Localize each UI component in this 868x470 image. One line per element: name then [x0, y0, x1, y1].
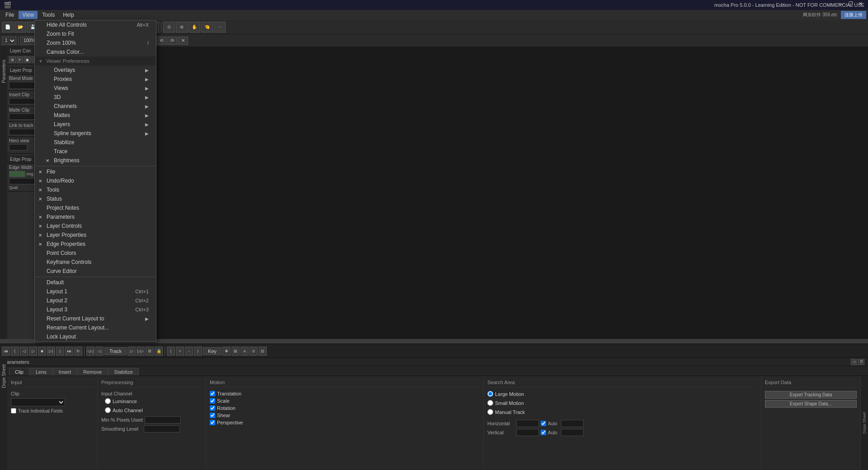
menu-file[interactable]: File — [2, 11, 18, 19]
key-opt2[interactable]: ⊞ — [231, 347, 240, 356]
menu-lock-layout[interactable]: Lock Layout — [35, 332, 156, 341]
frame-select[interactable]: 1 — [2, 37, 16, 45]
hand-tool[interactable]: ✋ — [189, 22, 200, 33]
win-maximize[interactable]: ❐ — [847, 1, 855, 7]
vertical-auto-checkbox[interactable] — [541, 430, 546, 435]
large-motion-radio[interactable] — [487, 391, 493, 397]
menu-project-notes[interactable]: Project Notes — [35, 203, 156, 212]
tb2-btn11[interactable]: ⟲ — [156, 37, 166, 45]
menu-zoom-100[interactable]: Zoom 100% / — [35, 38, 156, 47]
menu-canvas-color[interactable]: Canvas Color... — [35, 47, 156, 56]
rotation-checkbox[interactable] — [210, 405, 215, 411]
menu-zoom-fit[interactable]: Zoom to Fit — [35, 29, 156, 38]
track-fields-checkbox[interactable] — [11, 408, 16, 414]
vtab-parameters[interactable]: Parameters — [0, 56, 7, 87]
stop-btn[interactable]: ■ — [38, 347, 46, 356]
track-back-all[interactable]: ◁◁ — [86, 347, 94, 356]
menu-reset-layout[interactable]: Reset Current Layout to ▶ — [35, 314, 156, 323]
menu-overlays[interactable]: Overlays ▶ — [35, 66, 156, 75]
menu-layout2[interactable]: Layout 2 Ctrl+2 — [35, 296, 156, 305]
horizontal-input[interactable] — [516, 420, 539, 427]
menu-status-panel[interactable]: ✕Status — [35, 194, 156, 203]
track-options[interactable]: ⚙ — [146, 347, 154, 356]
menu-undoredo-panel[interactable]: ✕Undo/Redo — [35, 176, 156, 185]
menu-3d[interactable]: 3D ▶ — [35, 93, 156, 102]
menu-edge-properties[interactable]: ✕Edge Properties — [35, 240, 156, 249]
menu-brightness[interactable]: ✕Brightness — [35, 156, 156, 165]
new-project-btn[interactable]: 📄 — [2, 22, 14, 33]
tab-insert[interactable]: Insert — [53, 368, 77, 376]
track-lock[interactable]: 🔒 — [155, 347, 163, 356]
play-to-start[interactable]: ⏮ — [2, 347, 10, 356]
smoothing-input[interactable] — [144, 425, 180, 432]
menu-mattes[interactable]: Mattes ▶ — [35, 111, 156, 120]
menu-channels[interactable]: Channels ▶ — [35, 102, 156, 111]
menu-layer-properties[interactable]: ✕Layer Properties — [35, 230, 156, 240]
key-btn[interactable]: Key — [203, 347, 222, 355]
win-close[interactable]: ✕ — [857, 1, 864, 7]
manual-track-radio[interactable] — [487, 409, 493, 415]
key-opt4[interactable]: 0 — [250, 347, 258, 356]
zoom-tool[interactable]: ⊙ — [163, 22, 175, 33]
track-fwd[interactable]: ▷ — [127, 347, 136, 356]
luminance-radio[interactable] — [105, 398, 111, 404]
play-next-key[interactable]: ⟩ — [56, 347, 64, 356]
menu-rename-layout[interactable]: Rename Current Layout... — [35, 323, 156, 332]
open-btn[interactable]: 📂 — [14, 22, 26, 33]
zoom2-tool[interactable]: ⊚ — [176, 22, 188, 33]
play-btn[interactable]: ▷ — [29, 347, 37, 356]
tb2-btn13[interactable]: ✕ — [178, 37, 188, 45]
loop-btn[interactable]: ↻ — [74, 347, 82, 356]
play-to-end[interactable]: ⏭ — [65, 347, 73, 356]
menu-stabilize[interactable]: Stabilize — [35, 138, 156, 147]
win-minimize[interactable]: — — [836, 1, 845, 7]
shear-checkbox[interactable] — [210, 413, 215, 418]
key-add[interactable]: + — [176, 347, 184, 356]
small-motion-radio[interactable] — [487, 400, 493, 406]
scale-checkbox[interactable] — [210, 398, 215, 404]
view-menu-dropdown[interactable]: Hide All Controls Alt+X Zoom to Fit Zoom… — [34, 20, 156, 342]
track-fwd-all[interactable]: ▷▷ — [137, 347, 145, 356]
menu-file-panel[interactable]: ✕File — [35, 167, 156, 176]
menu-views[interactable]: Views ▶ — [35, 84, 156, 93]
params-options[interactable]: ☰ — [858, 359, 864, 365]
menu-parameters-panel[interactable]: ✕Parameters — [35, 212, 156, 221]
menu-tools-panel[interactable]: ✕Tools — [35, 185, 156, 194]
menu-layout1[interactable]: Layout 1 Ctrl+1 — [35, 287, 156, 296]
menu-point-colors[interactable]: Point Colors — [35, 249, 156, 258]
menu-keyframe-controls[interactable]: Keyframe Controls — [35, 258, 156, 267]
key-prev[interactable]: ⟨ — [167, 347, 175, 356]
menu-curve-editor[interactable]: Curve Editor — [35, 267, 156, 276]
zoom-input[interactable] — [561, 429, 584, 436]
menu-layers[interactable]: Layers ▶ — [35, 120, 156, 129]
layer-ctrl-btn1[interactable]: ⊞ — [9, 56, 16, 63]
grab-tool[interactable]: 🤏 — [201, 22, 213, 33]
track-btn[interactable]: Track — [104, 347, 127, 355]
promo-upload-btn[interactable]: 连接上传 — [841, 11, 866, 19]
vertical-input[interactable] — [516, 429, 539, 436]
min-pixels-input[interactable] — [145, 416, 181, 423]
tab-remove[interactable]: Remove — [77, 368, 108, 376]
track-back[interactable]: ◁ — [95, 347, 104, 356]
menu-default-layout[interactable]: Default — [35, 278, 156, 287]
clip-dropdown[interactable] — [11, 398, 65, 406]
tb2-btn12[interactable]: ⟳ — [167, 37, 177, 45]
angle-input[interactable] — [561, 420, 584, 427]
menu-layout3[interactable]: Layout 3 Ctrl+3 — [35, 305, 156, 314]
play-prev-frame[interactable]: ◁ — [20, 347, 28, 356]
key-delete[interactable]: - — [185, 347, 193, 356]
key-next[interactable]: ⟩ — [194, 347, 202, 356]
play-prev-key[interactable]: ⟨ — [11, 347, 19, 356]
vtab-dope-side[interactable]: Dope Sheet — [861, 409, 868, 437]
play-next-frame[interactable]: ▷| — [47, 347, 55, 356]
menu-hide-all-controls[interactable]: Hide All Controls Alt+X — [35, 20, 156, 29]
key-opt5[interactable]: ⊟ — [259, 347, 267, 356]
tab-stabilize[interactable]: Stabilize — [108, 368, 139, 376]
key-opt1[interactable]: ❖ — [222, 347, 231, 356]
menu-help[interactable]: Help — [59, 11, 78, 19]
menu-trace[interactable]: Trace — [35, 147, 156, 156]
vtab-dopesheet[interactable]: Dope Sheet — [0, 361, 7, 392]
horizontal-auto-checkbox[interactable] — [541, 421, 546, 426]
menu-proxies[interactable]: Proxies ▶ — [35, 75, 156, 84]
menu-layer-controls[interactable]: ✕Layer Controls — [35, 221, 156, 230]
